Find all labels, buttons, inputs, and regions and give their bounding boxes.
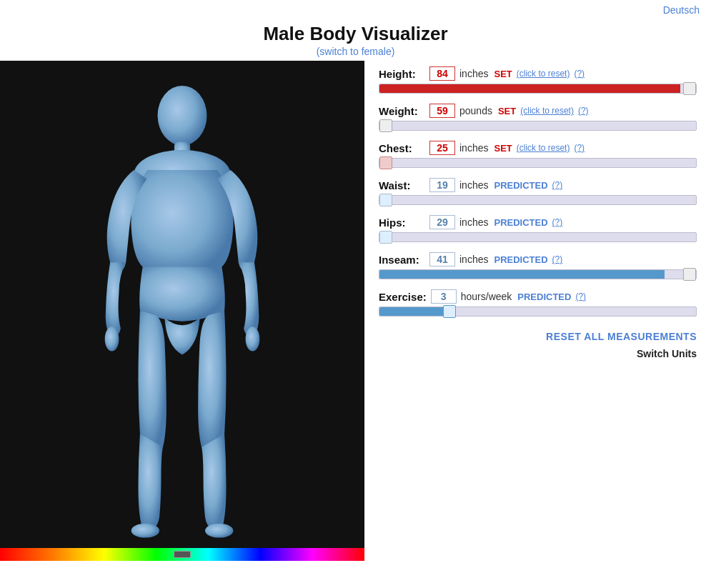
inseam-slider-track[interactable] (379, 269, 697, 279)
inseam-slider-thumb[interactable] (683, 268, 696, 281)
height-help-btn[interactable]: (?) (574, 69, 585, 79)
chest-reset-btn[interactable]: (click to reset) (517, 143, 570, 153)
chest-control: Chest: 25 inches SET (click to reset) (?… (379, 141, 697, 168)
waist-help-btn[interactable]: (?) (552, 180, 563, 190)
height-reset-btn[interactable]: (click to reset) (517, 69, 570, 79)
inseam-slider-fill (379, 270, 665, 279)
inseam-unit: inches (459, 254, 488, 265)
weight-control: Weight: 59 pounds SET (click to reset) (… (379, 104, 697, 131)
controls-panel: Height: 84 inches SET (click to reset) (… (364, 61, 711, 561)
body-figure (82, 82, 282, 539)
waist-slider-thumb[interactable] (379, 194, 392, 206)
bottom-actions: RESET ALL MEASUREMENTS Switch Units (379, 331, 697, 359)
model-panel (0, 61, 364, 561)
chest-slider-thumb[interactable] (379, 156, 392, 169)
color-bar-thumb[interactable] (174, 551, 191, 558)
weight-unit: pounds (459, 105, 492, 116)
inseam-help-btn[interactable]: (?) (552, 254, 563, 264)
hips-slider-thumb[interactable] (379, 231, 392, 244)
height-slider-container[interactable] (379, 84, 697, 94)
height-slider-track[interactable] (379, 84, 697, 94)
chest-slider-track[interactable] (379, 158, 697, 168)
switch-units-button[interactable]: Switch Units (637, 348, 697, 359)
exercise-label: Exercise: (379, 291, 427, 303)
exercise-slider-container[interactable] (379, 307, 697, 317)
model-canvas (0, 61, 364, 561)
weight-reset-btn[interactable]: (click to reset) (520, 106, 574, 116)
chest-slider-container[interactable] (379, 158, 697, 168)
hips-value[interactable]: 29 (429, 215, 455, 229)
height-unit: inches (459, 68, 488, 79)
height-label: Height: (379, 68, 425, 80)
exercise-slider-thumb[interactable] (443, 305, 456, 318)
hips-slider-container[interactable] (379, 232, 697, 242)
hips-unit: inches (459, 216, 488, 228)
height-slider-fill (379, 84, 680, 93)
svg-point-4 (246, 327, 260, 351)
weight-help-btn[interactable]: (?) (578, 106, 589, 116)
chest-value[interactable]: 25 (429, 141, 455, 155)
svg-point-6 (205, 524, 233, 538)
chest-label: Chest: (379, 142, 425, 154)
color-bar[interactable] (0, 548, 364, 561)
exercise-unit: hours/week (461, 291, 512, 302)
exercise-value[interactable]: 3 (431, 289, 457, 304)
waist-predicted: PREDICTED (494, 180, 547, 191)
height-control: Height: 84 inches SET (click to reset) (… (379, 66, 697, 94)
inseam-control: Inseam: 41 inches PREDICTED (?) (379, 252, 697, 279)
exercise-slider-fill (379, 307, 443, 316)
height-set-btn[interactable]: SET (494, 69, 512, 79)
exercise-help-btn[interactable]: (?) (575, 291, 586, 302)
inseam-value[interactable]: 41 (429, 252, 455, 266)
waist-label: Waist: (379, 179, 425, 191)
weight-set-btn[interactable]: SET (498, 106, 516, 116)
language-link[interactable]: Deutsch (663, 4, 700, 16)
chest-help-btn[interactable]: (?) (574, 143, 585, 153)
height-slider-thumb[interactable] (683, 82, 696, 95)
height-value[interactable]: 84 (429, 66, 455, 81)
svg-point-0 (158, 86, 207, 146)
weight-label: Weight: (379, 105, 425, 117)
waist-value[interactable]: 19 (429, 178, 455, 192)
hips-slider-track[interactable] (379, 232, 697, 242)
inseam-label: Inseam: (379, 254, 425, 266)
reset-all-button[interactable]: RESET ALL MEASUREMENTS (546, 331, 697, 342)
weight-slider-container[interactable] (379, 121, 697, 131)
hips-control: Hips: 29 inches PREDICTED (?) (379, 215, 697, 242)
hips-label: Hips: (379, 216, 425, 229)
hips-predicted: PREDICTED (494, 217, 547, 228)
page-title: Male Body Visualizer (0, 23, 711, 45)
weight-value[interactable]: 59 (429, 104, 455, 118)
hips-help-btn[interactable]: (?) (552, 217, 563, 227)
chest-set-btn[interactable]: SET (494, 143, 512, 154)
waist-slider-track[interactable] (379, 195, 697, 205)
waist-control: Waist: 19 inches PREDICTED (?) (379, 178, 697, 205)
weight-slider-thumb[interactable] (379, 119, 392, 132)
svg-point-3 (105, 327, 119, 351)
switch-gender-link[interactable]: (switch to female) (317, 46, 395, 57)
inseam-slider-container[interactable] (379, 269, 697, 279)
svg-point-5 (131, 524, 159, 538)
chest-unit: inches (459, 142, 488, 154)
inseam-predicted: PREDICTED (494, 254, 547, 265)
waist-unit: inches (459, 179, 488, 191)
exercise-control: Exercise: 3 hours/week PREDICTED (?) (379, 289, 697, 317)
waist-slider-container[interactable] (379, 195, 697, 205)
exercise-predicted: PREDICTED (517, 291, 571, 302)
weight-slider-track[interactable] (379, 121, 697, 131)
exercise-slider-track[interactable] (379, 307, 697, 317)
